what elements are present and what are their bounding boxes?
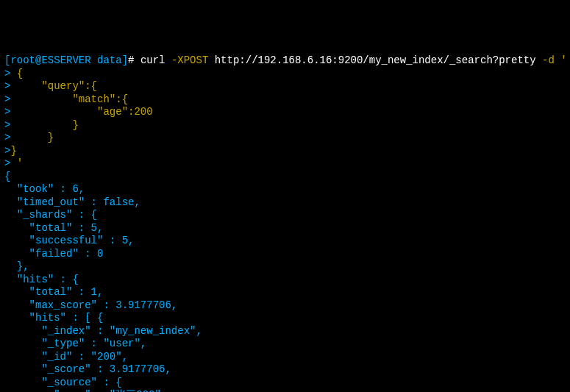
response-line-2: "took" : 6, bbox=[4, 183, 85, 195]
prompt-user: root bbox=[10, 54, 35, 66]
response-line-3: "timed_out" : false, bbox=[4, 196, 140, 208]
prompt-host: ESSERVER bbox=[41, 54, 90, 66]
terminal-output[interactable]: [root@ESSERVER data]# curl -XPOST http:/… bbox=[4, 54, 566, 392]
cmd-sp3 bbox=[536, 54, 542, 66]
response-line-17: "_source" : { bbox=[4, 377, 122, 388]
input-line-2: "query":{ bbox=[10, 80, 97, 92]
response-line-4: "_shards" : { bbox=[4, 209, 97, 221]
input-line-5: } bbox=[10, 119, 78, 131]
cmd-quote: ' bbox=[560, 54, 566, 66]
input-line-6: } bbox=[10, 132, 54, 143]
response-line-7: "failed" : 0 bbox=[4, 248, 103, 260]
cmd-curl: curl bbox=[140, 54, 165, 66]
input-line-1: { bbox=[10, 68, 23, 79]
prompt-path: data bbox=[97, 54, 122, 66]
cmd-sp1 bbox=[165, 54, 171, 66]
prompt-space bbox=[91, 54, 97, 66]
cmd-flag-xpost: -XPOST bbox=[171, 54, 208, 66]
input-line-8: ' bbox=[10, 157, 23, 169]
response-line-13: "_index" : "my_new_index", bbox=[4, 325, 202, 337]
response-line-18: "name" : "张三200", bbox=[4, 389, 167, 392]
response-line-1: { bbox=[4, 171, 10, 182]
response-line-10: "total" : 1, bbox=[4, 286, 103, 298]
cmd-url: http://192.168.6.16:9200/my_new_index/_s… bbox=[215, 54, 536, 66]
prompt-close-bracket: ] bbox=[122, 54, 128, 66]
response-line-16: "_score" : 3.9177706, bbox=[4, 363, 171, 375]
cmd-flag-d: -d bbox=[542, 54, 555, 66]
cmd-sp4 bbox=[555, 54, 560, 66]
input-line-3: "match":{ bbox=[10, 93, 128, 105]
response-line-5: "total" : 5, bbox=[4, 222, 103, 234]
cmd-space bbox=[134, 54, 140, 66]
response-line-9: "hits" : { bbox=[4, 274, 79, 285]
response-line-12: "hits" : [ { bbox=[4, 312, 103, 324]
input-line-7: } bbox=[10, 145, 16, 157]
response-line-15: "_id" : "200", bbox=[4, 351, 128, 363]
cmd-sp2 bbox=[208, 54, 214, 66]
response-line-8: }, bbox=[4, 260, 29, 272]
input-line-4: "age":200 bbox=[10, 106, 152, 118]
response-line-14: "_type" : "user", bbox=[4, 338, 146, 349]
response-line-6: "successful" : 5, bbox=[4, 235, 134, 246]
response-line-11: "max_score" : 3.9177706, bbox=[4, 299, 177, 311]
